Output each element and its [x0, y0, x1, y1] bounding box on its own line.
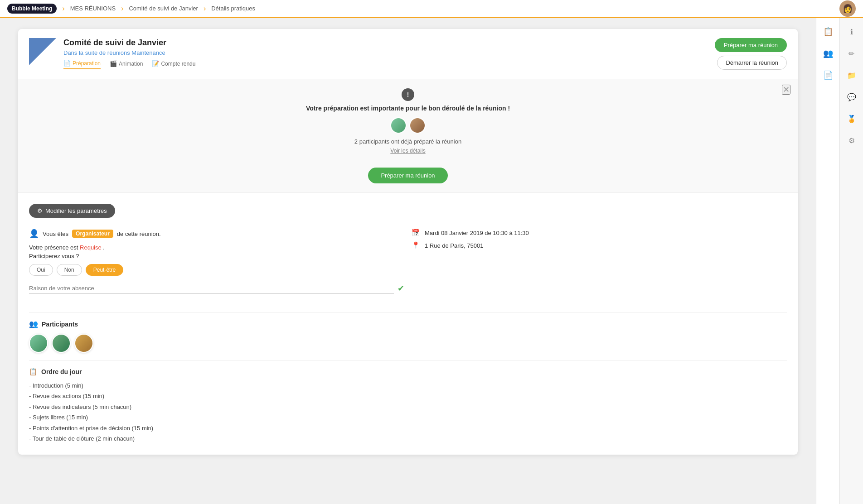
agenda-items: - Introduction (5 min) - Revue des actio…	[29, 380, 787, 444]
voir-details-link[interactable]: Voir les détails	[29, 148, 787, 154]
nav-mes-reunions[interactable]: MES RÉUNIONS	[70, 5, 116, 12]
tab-compte-rendu-icon: 📝	[152, 60, 159, 67]
tab-animation[interactable]: 🎬 Animation	[110, 60, 143, 69]
card-title-block: Comité de suivi de Janvier Dans la suite…	[63, 38, 195, 69]
start-meeting-btn[interactable]: Démarrer la réunion	[717, 56, 787, 70]
meeting-title: Comité de suivi de Janvier	[63, 38, 195, 48]
tab-preparation-label: Préparation	[73, 60, 101, 67]
raison-row: ✔	[29, 283, 404, 294]
choice-oui-btn[interactable]: Oui	[29, 264, 53, 276]
info-icon: !	[402, 88, 414, 101]
panel-btn-chat[interactable]: 💬	[842, 87, 862, 107]
tab-compte-rendu[interactable]: 📝 Compte rendu	[152, 60, 195, 69]
document-icon: 📄	[823, 70, 833, 80]
nav-comite[interactable]: Comité de suivi de Janvier	[129, 5, 198, 12]
settings-button[interactable]: ⚙ Modifier les paramètres	[29, 204, 115, 218]
panel-btn-folder[interactable]: 📁	[842, 65, 862, 85]
presence-suffix: .	[103, 244, 105, 251]
participer-line: Participerez vous ?	[29, 253, 404, 259]
location-icon: 📍	[412, 241, 420, 250]
prepare-meeting-btn[interactable]: Préparer ma réunion	[715, 38, 787, 52]
card-header-left: Comité de suivi de Janvier Dans la suite…	[29, 38, 195, 69]
agenda-item-6: - Tour de table de clôture (2 min chacun…	[29, 433, 787, 444]
edit-panel-icon: ✏	[848, 49, 854, 58]
panel-btn-info[interactable]: ℹ	[842, 22, 862, 42]
settings-btn-label: Modifier les paramètres	[45, 207, 107, 214]
agenda-item-5: - Points d'attention et prise de décisio…	[29, 423, 787, 433]
agenda-item-2: - Revue des actions (15 min)	[29, 391, 787, 401]
agenda-section-title: 📋 Ordre du jour	[29, 368, 787, 376]
blue-triangle-decoration	[29, 38, 56, 65]
card-header-actions: Préparer ma réunion Démarrer la réunion	[715, 38, 787, 70]
nav-sep-2: ›	[121, 5, 123, 13]
presence-line: Votre présence est Requise .	[29, 244, 404, 251]
organizer-badge: Organisateur	[72, 230, 113, 238]
tab-compte-rendu-label: Compte rendu	[161, 61, 195, 67]
svg-marker-0	[29, 38, 56, 65]
agenda-item-4: - Sujets libres (15 min)	[29, 412, 787, 422]
sidebar-btn-document[interactable]: 📄	[818, 65, 838, 85]
prep-avatar-2	[409, 117, 426, 134]
person-icon: 👤	[29, 229, 39, 239]
organizer-prefix: Vous êtes	[43, 230, 68, 237]
meeting-info-grid: 👤 Vous êtes Organisateur de cette réunio…	[29, 229, 787, 303]
card-tabs: 📄 Préparation 🎬 Animation 📝 Compte rendu	[63, 60, 195, 69]
user-avatar[interactable]: 👩	[839, 0, 856, 17]
close-banner-btn[interactable]: ✕	[782, 85, 790, 95]
organizer-suffix: de cette réunion.	[117, 230, 161, 237]
sidebar-btn-users[interactable]: 👥	[818, 43, 838, 63]
prep-meeting-banner-btn[interactable]: Préparer ma réunion	[368, 168, 447, 183]
participants-title: Participants	[42, 321, 78, 328]
users-icon: 👥	[823, 48, 833, 58]
location-label: 1 Rue de Paris, 75001	[425, 242, 483, 249]
right-sidebar: 📋 👥 📄	[816, 18, 839, 504]
nav-sep-1: ›	[62, 5, 64, 13]
divider-2	[29, 360, 787, 360]
sidebar-btn-clipboard[interactable]: 📋	[818, 22, 838, 42]
calendar-icon: 📅	[412, 229, 420, 237]
clipboard-icon: 📋	[823, 27, 833, 37]
prep-avatar-1	[390, 117, 407, 134]
choice-peut-etre-btn[interactable]: Peut-être	[86, 264, 123, 276]
panel-btn-edit[interactable]: ✏	[842, 43, 862, 63]
tab-preparation[interactable]: 📄 Préparation	[63, 60, 101, 69]
check-icon: ✔	[398, 283, 404, 293]
prep-message: Votre préparation est importante pour le…	[29, 105, 787, 112]
tab-preparation-icon: 📄	[63, 60, 71, 67]
location-line: 📍 1 Rue de Paris, 75001	[412, 241, 787, 250]
presence-required: Requise	[80, 244, 102, 251]
raison-input[interactable]	[29, 283, 394, 294]
center-content: Comité de suivi de Janvier Dans la suite…	[0, 18, 816, 504]
participant-avatar-3	[74, 334, 93, 353]
info-right: 📅 Mardi 08 Janvier 2019 de 10:30 à 11:30…	[412, 229, 787, 303]
prep-banner: ✕ ! Votre préparation est importante pou…	[18, 79, 798, 193]
info-left: 👤 Vous êtes Organisateur de cette réunio…	[29, 229, 404, 303]
participants-icon: 👥	[29, 320, 38, 328]
prep-count: 2 participants ont déjà préparé la réuni…	[29, 138, 787, 145]
far-right-panel: ℹ ✏ 📁 💬 🏅 ⚙	[839, 18, 863, 504]
main-card: Comité de suivi de Janvier Dans la suite…	[18, 29, 798, 455]
badge-panel-icon: 🏅	[847, 115, 856, 123]
agenda-title-label: Ordre du jour	[41, 368, 82, 375]
tab-animation-icon: 🎬	[110, 60, 117, 67]
date-label: Mardi 08 Janvier 2019 de 10:30 à 11:30	[425, 230, 529, 236]
nav-details[interactable]: Détails pratiques	[211, 5, 255, 12]
date-line: 📅 Mardi 08 Janvier 2019 de 10:30 à 11:30	[412, 229, 787, 237]
settings-panel-icon: ⚙	[848, 136, 855, 145]
nav-sep-3: ›	[204, 5, 206, 13]
folder-panel-icon: 📁	[847, 71, 856, 80]
choice-non-btn[interactable]: Non	[57, 264, 82, 276]
settings-gear-icon: ⚙	[37, 207, 43, 214]
top-nav: Bubble Meeting › MES RÉUNIONS › Comité d…	[0, 0, 863, 18]
logo[interactable]: Bubble Meeting	[7, 4, 57, 14]
subtitle-link[interactable]: Maintenance	[131, 49, 165, 56]
agenda-icon: 📋	[29, 368, 38, 376]
participants-section-title: 👥 Participants	[29, 320, 787, 328]
info-panel-icon: ℹ	[850, 28, 853, 36]
panel-btn-badge[interactable]: 🏅	[842, 109, 862, 129]
panel-btn-settings[interactable]: ⚙	[842, 130, 862, 150]
chat-panel-icon: 💬	[847, 93, 856, 101]
card-header: Comité de suivi de Janvier Dans la suite…	[18, 29, 798, 79]
divider-1	[29, 312, 787, 312]
agenda-item-3: - Revue des indicateurs (5 min chacun)	[29, 402, 787, 412]
